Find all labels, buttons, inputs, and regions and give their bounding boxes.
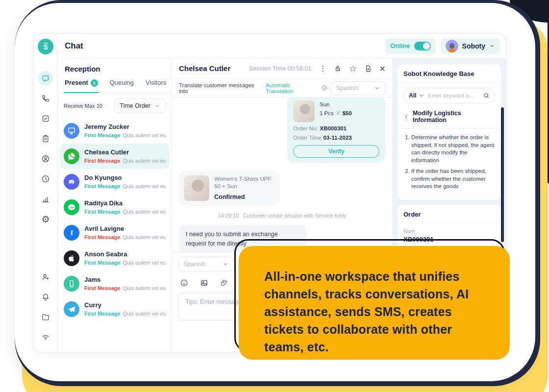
tab-visitors-label: Visitors [146, 79, 166, 86]
sidebar-item[interactable] [38, 330, 53, 344]
divider [398, 82, 501, 83]
settings-icon: ⚙ [41, 215, 50, 224]
contact-preview: First MessageQuis autem vel eum iu... [84, 183, 166, 189]
quantity-row: 1 PcsX$50 [320, 110, 352, 116]
search-icon[interactable] [483, 92, 490, 99]
kb-search-input[interactable] [428, 93, 480, 98]
reception-tabs: Present 1 Queuing Visitors [58, 78, 172, 94]
translate-language-select[interactable]: Spanish [330, 81, 385, 95]
contact-row[interactable]: Curry First MessageQuis autem vel eum iu… [60, 296, 170, 322]
auto-translate-link[interactable]: Automatic Translation [266, 82, 319, 94]
channel-avatar: f [64, 225, 79, 241]
contact-preview: First MessageQuis autem vel eum iu... [84, 285, 166, 291]
contact-row[interactable]: f Avril Lavigne First MessageQuis autem … [60, 220, 170, 245]
message-preview: Quis autem vel eum iu... [123, 234, 166, 240]
order-panel-title: Order [403, 211, 495, 218]
first-message-tag: First Message [84, 311, 120, 317]
sidebar-item[interactable]: ⚙ [38, 212, 53, 226]
tab-present-label: Present [65, 79, 88, 86]
sidebar-item[interactable] [38, 192, 53, 206]
star-icon[interactable]: ☆ [349, 64, 357, 73]
image-icon[interactable] [200, 279, 208, 287]
contact-row[interactable]: Do Kyungso First MessageQuis autem vel e… [60, 169, 170, 195]
telegram-icon [67, 304, 76, 314]
file-add-icon[interactable] [364, 65, 372, 73]
first-message-tag: First Message [84, 260, 120, 266]
contact-list: Jeremy Zucker First MessageQuis autem ve… [58, 116, 172, 324]
notification-bell-icon [41, 293, 50, 301]
contact-row[interactable]: Jeremy Zucker First MessageQuis autem ve… [60, 118, 170, 144]
tab-queuing[interactable]: Queuing [110, 78, 134, 93]
system-event-time: 14:29:10 [218, 213, 239, 219]
order-no-line: Order No:XB000301 [293, 125, 379, 131]
info-icon[interactable] [321, 85, 327, 91]
chevron-down-icon [374, 85, 380, 91]
kb-filter-select[interactable]: All [409, 92, 425, 99]
kb-article-header: Modify Logistics Information [403, 110, 495, 123]
sidebar-item[interactable] [38, 111, 53, 126]
user-menu[interactable]: Soboty [441, 38, 500, 54]
translate-label: Translate customer messages into [179, 82, 263, 94]
chat-actions: ⋮ ☆ × [319, 64, 385, 74]
message-preview: Quis autem vel eum iu... [123, 209, 166, 215]
scrollbar-thumb[interactable] [501, 107, 504, 242]
kb-step: If the order has been shipped, confirm w… [411, 168, 495, 191]
clipboard-icon [41, 134, 50, 143]
sidebar-item[interactable] [38, 151, 53, 166]
order-no-value: XB000301 [320, 125, 347, 131]
chevron-down-icon [154, 103, 160, 109]
mobile-icon [67, 279, 76, 289]
chevron-down-icon [418, 92, 425, 99]
online-toggle[interactable] [414, 42, 431, 50]
page-title: Chat [65, 41, 83, 51]
paperclip-icon[interactable] [220, 279, 228, 287]
contact-row[interactable]: LINE Raditya Dika First MessageQuis aute… [60, 195, 170, 220]
sidebar-item[interactable] [38, 131, 53, 146]
clock-icon [41, 174, 50, 183]
sidebar-item[interactable] [38, 91, 53, 106]
contact-name: Avril Lavigne [84, 225, 166, 232]
tab-present[interactable]: Present 1 [65, 78, 98, 93]
contact-row[interactable]: Chelsea Cutler First MessageQuis autem v… [60, 144, 170, 169]
message-preview: Quis autem vel eum iu... [123, 311, 166, 317]
left-icon-rail: S [34, 34, 58, 352]
contact-info: Avril Lavigne First MessageQuis autem ve… [84, 225, 166, 240]
phone-icon [41, 94, 50, 103]
first-message-tag: First Message [84, 285, 120, 291]
contact-row[interactable]: Jams First MessageQuis autem vel eum iu.… [60, 271, 170, 296]
sidebar-item[interactable] [38, 172, 53, 186]
translate-bar: Translate customer messages into Automat… [172, 79, 392, 98]
channel-avatar [64, 250, 79, 266]
sidebar-item[interactable] [38, 310, 53, 324]
composer-language-select[interactable]: Spanish [178, 257, 234, 271]
lock-icon[interactable] [334, 65, 342, 73]
contact-name: Jams [84, 276, 166, 283]
chat-contact-name: Chelsea Cutler [179, 64, 230, 73]
verify-button[interactable]: Verify [293, 145, 379, 158]
tab-visitors[interactable]: Visitors [146, 78, 166, 93]
smiley-icon[interactable] [180, 279, 188, 287]
sort-order-select[interactable]: Time Order [114, 98, 166, 113]
close-icon[interactable]: × [379, 64, 385, 74]
first-message-tag: First Message [84, 209, 120, 215]
translate-language-value: Spanish [336, 85, 358, 92]
kebab-menu-icon[interactable]: ⋮ [319, 65, 326, 72]
contact-name: Jeremy Zucker [84, 123, 166, 130]
online-label: Online [390, 42, 410, 49]
sidebar-item[interactable] [38, 290, 53, 304]
message-preview: Quis autem vel eum iu... [123, 183, 166, 189]
sidebar-item[interactable] [38, 270, 53, 284]
channel-avatar [64, 148, 79, 164]
order-field-label: Num [403, 228, 495, 234]
contact-preview: First MessageQuis autem vel eum iu... [84, 132, 166, 138]
chevron-down-icon [489, 43, 495, 49]
first-message-tag: First Message [84, 158, 120, 164]
channel-avatar [64, 174, 79, 190]
user-name: Soboty [462, 42, 485, 50]
chevron-left-icon[interactable] [403, 114, 409, 120]
toggle-knob [423, 43, 430, 49]
sidebar-item[interactable] [38, 71, 53, 86]
contact-row[interactable]: Anson Seabra First MessageQuis autem vel… [60, 245, 170, 271]
contact-preview: First MessageQuis autem vel eum iu... [84, 311, 166, 317]
contact-name: Chelsea Cutler [84, 148, 166, 156]
